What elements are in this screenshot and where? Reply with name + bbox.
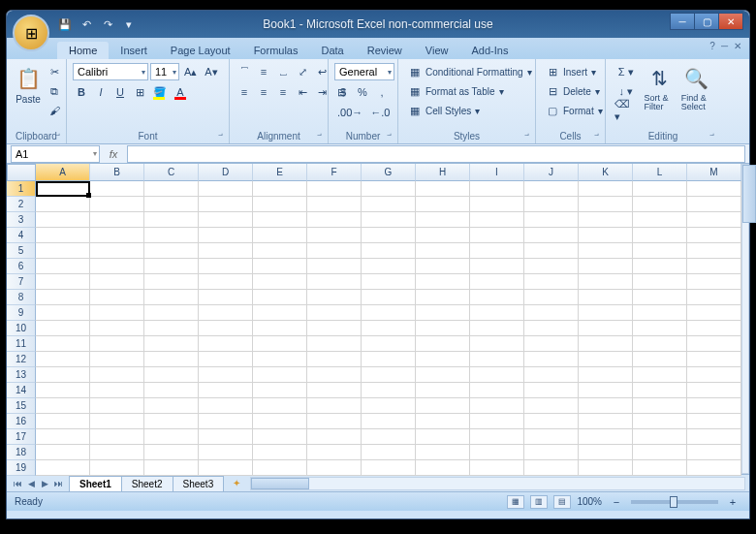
cell[interactable] — [144, 228, 199, 243]
cell[interactable] — [470, 445, 524, 460]
cell[interactable] — [524, 398, 579, 414]
bold-button[interactable]: B — [73, 83, 90, 101]
cell[interactable] — [36, 243, 90, 259]
cell[interactable] — [362, 274, 416, 290]
decrease-indent-icon[interactable]: ⇤ — [294, 83, 311, 101]
cell[interactable] — [307, 429, 362, 445]
cell[interactable] — [362, 383, 416, 398]
cell[interactable] — [416, 445, 470, 460]
cell[interactable] — [524, 212, 579, 228]
cell[interactable] — [199, 398, 253, 414]
cell[interactable] — [524, 460, 579, 476]
format-as-table-button[interactable]: ▦Format as Table ▾ — [404, 82, 508, 100]
format-painter-icon[interactable]: 🖌 — [46, 102, 63, 119]
cell[interactable] — [253, 181, 307, 197]
cell[interactable] — [253, 414, 307, 429]
cell[interactable] — [633, 290, 687, 305]
cell[interactable] — [633, 383, 687, 398]
cell-styles-button[interactable]: ▦Cell Styles ▾ — [404, 102, 484, 119]
zoom-level[interactable]: 100% — [577, 496, 602, 507]
sheet-tab-2[interactable]: Sheet2 — [121, 476, 173, 491]
column-header[interactable]: A — [36, 164, 90, 181]
row-header[interactable]: 19 — [7, 460, 36, 476]
conditional-formatting-button[interactable]: ▦Conditional Formatting ▾ — [404, 63, 536, 80]
cell[interactable] — [687, 367, 741, 383]
cell[interactable] — [253, 321, 307, 336]
cell[interactable] — [199, 383, 253, 398]
cell[interactable] — [687, 181, 741, 197]
cell[interactable] — [144, 460, 199, 476]
column-header[interactable]: C — [144, 164, 199, 181]
qat-customize-icon[interactable]: ▾ — [121, 16, 137, 32]
cell[interactable] — [307, 383, 362, 398]
cell[interactable] — [362, 321, 416, 336]
row-header[interactable]: 11 — [7, 336, 36, 352]
cell[interactable] — [144, 445, 199, 460]
cell[interactable] — [90, 305, 144, 321]
cell[interactable] — [36, 336, 90, 352]
cell[interactable] — [307, 398, 362, 414]
cell[interactable] — [579, 336, 633, 352]
percent-format-icon[interactable]: % — [354, 83, 371, 101]
cell[interactable] — [144, 212, 199, 228]
cell[interactable] — [579, 243, 633, 259]
align-left-icon[interactable]: ≡ — [236, 83, 253, 101]
cell[interactable] — [144, 414, 199, 429]
cell[interactable] — [362, 460, 416, 476]
cell[interactable] — [524, 181, 579, 197]
page-break-view-icon[interactable]: ▤ — [553, 495, 571, 509]
cell[interactable] — [199, 228, 253, 243]
cell[interactable] — [687, 274, 741, 290]
cell[interactable] — [253, 305, 307, 321]
cell[interactable] — [524, 352, 579, 367]
row-header[interactable]: 17 — [7, 429, 36, 445]
last-sheet-icon[interactable]: ⏭ — [51, 477, 65, 490]
cell[interactable] — [36, 305, 90, 321]
cell[interactable] — [470, 212, 524, 228]
tab-formulas[interactable]: Formulas — [242, 42, 310, 59]
cell[interactable] — [524, 383, 579, 398]
cell[interactable] — [90, 259, 144, 274]
cell[interactable] — [416, 228, 470, 243]
cell[interactable] — [36, 274, 90, 290]
cell[interactable] — [362, 259, 416, 274]
row-header[interactable]: 1 — [7, 181, 36, 197]
cell[interactable] — [90, 274, 144, 290]
cell[interactable] — [36, 181, 90, 197]
cell[interactable] — [253, 383, 307, 398]
cell[interactable] — [253, 445, 307, 460]
cell[interactable] — [579, 197, 633, 212]
cell[interactable] — [362, 181, 416, 197]
cell[interactable] — [36, 352, 90, 367]
cell[interactable] — [579, 352, 633, 367]
cell[interactable] — [36, 197, 90, 212]
cell[interactable] — [144, 367, 199, 383]
cell[interactable] — [470, 243, 524, 259]
cell[interactable] — [416, 243, 470, 259]
cell[interactable] — [199, 305, 253, 321]
cell[interactable] — [307, 352, 362, 367]
cell[interactable] — [144, 259, 199, 274]
cell[interactable] — [253, 460, 307, 476]
cell[interactable] — [199, 243, 253, 259]
cell[interactable] — [307, 259, 362, 274]
insert-cells-button[interactable]: ⊞Insert ▾ — [542, 63, 600, 80]
cell[interactable] — [36, 460, 90, 476]
autosum-icon[interactable]: Σ ▾ — [612, 63, 640, 80]
cell[interactable] — [416, 197, 470, 212]
cell[interactable] — [579, 398, 633, 414]
cell[interactable] — [470, 414, 524, 429]
cell[interactable] — [253, 352, 307, 367]
cell[interactable] — [144, 429, 199, 445]
row-header[interactable]: 9 — [7, 305, 36, 321]
horizontal-scrollbar[interactable] — [250, 477, 745, 490]
tab-add-ins[interactable]: Add-Ins — [459, 42, 520, 59]
comma-format-icon[interactable]: , — [373, 83, 391, 101]
format-cells-button[interactable]: ▢Format ▾ — [542, 102, 607, 119]
cell[interactable] — [633, 197, 687, 212]
cell[interactable] — [470, 305, 524, 321]
cell[interactable] — [633, 414, 687, 429]
cell[interactable] — [307, 274, 362, 290]
cell[interactable] — [687, 197, 741, 212]
cell[interactable] — [524, 290, 579, 305]
